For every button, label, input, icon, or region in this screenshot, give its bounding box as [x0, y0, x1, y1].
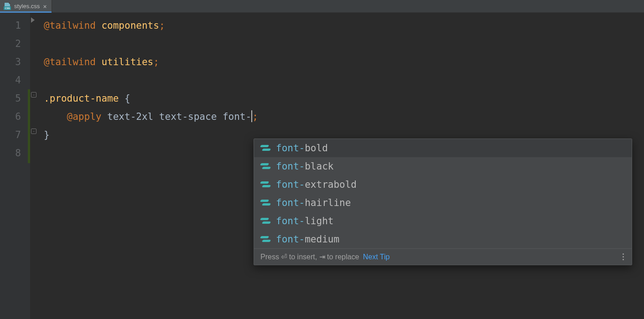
css-file-icon: CSS [4, 3, 11, 10]
completion-hint-bar: Press ⏎ to insert, ⇥ to replace Next Tip [254, 248, 632, 265]
completion-item[interactable]: font-bold [254, 139, 632, 157]
close-icon[interactable]: × [43, 3, 47, 10]
tab-bar: CSS styles.css × [0, 0, 644, 13]
fold-column: - - [30, 13, 38, 319]
tailwind-icon [260, 163, 270, 170]
tailwind-icon [260, 181, 270, 188]
completion-item[interactable]: font-extrabold [254, 175, 632, 194]
completion-item[interactable]: font-black [254, 157, 632, 175]
editor-tab-label: styles.css [14, 3, 40, 10]
editor-tab-styles-css[interactable]: CSS styles.css × [0, 0, 52, 12]
completion-item[interactable]: font-medium [254, 230, 632, 248]
tailwind-icon [260, 218, 270, 224]
fold-expand-icon[interactable] [31, 17, 35, 23]
vcs-change-marker [28, 89, 30, 163]
line-number-gutter: 1 2 3 4 5 6 7 8 [0, 13, 30, 319]
code-completion-popup[interactable]: font-bold font-black font-extrabold font… [254, 139, 632, 265]
tailwind-icon [260, 200, 270, 206]
next-tip-link[interactable]: Next Tip [363, 253, 390, 261]
tailwind-icon [260, 145, 270, 151]
fold-collapse-icon[interactable]: - [31, 92, 36, 98]
tab-key-icon: ⇥ [319, 253, 325, 261]
completion-item[interactable]: font-light [254, 212, 632, 230]
enter-key-icon: ⏎ [281, 253, 287, 261]
more-options-icon[interactable] [619, 253, 627, 260]
tailwind-icon [260, 236, 270, 242]
completion-item[interactable]: font-hairline [254, 194, 632, 212]
fold-collapse-icon[interactable]: - [31, 129, 36, 134]
